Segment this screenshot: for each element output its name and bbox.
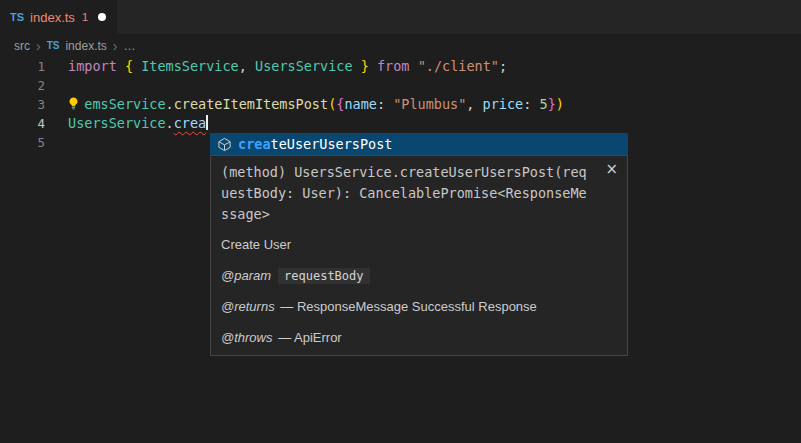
- code-token: [410, 58, 418, 74]
- typescript-file-icon: TS: [47, 40, 60, 51]
- symbol-method-icon: [217, 137, 232, 152]
- method-signature-line: ssage>: [221, 204, 617, 225]
- code-token: "Plumbus": [393, 96, 466, 112]
- code-token: .: [166, 96, 174, 112]
- code-token: .: [166, 115, 174, 131]
- suggestion-item-selected[interactable]: createUserUsersPost: [210, 133, 628, 155]
- breadcrumb-item-file[interactable]: index.ts: [65, 39, 106, 53]
- code-token: UsersService: [68, 115, 166, 131]
- suggestion-label: createUserUsersPost: [238, 136, 392, 152]
- code-token: name: [344, 96, 377, 112]
- suggestion-rest-text: teUserUsersPost: [271, 136, 393, 152]
- code-token: price: [483, 96, 524, 112]
- code-token: [353, 58, 361, 74]
- throws-text: — ApiError: [278, 330, 342, 345]
- code-line[interactable]: 2: [0, 76, 801, 95]
- code-line[interactable]: 4UsersService.crea: [0, 114, 801, 133]
- code-token: }: [548, 96, 556, 112]
- code-token: crea: [174, 115, 207, 131]
- lightbulb-icon[interactable]: [66, 96, 84, 113]
- code-token: from: [377, 58, 410, 74]
- text-cursor: [206, 115, 208, 130]
- close-icon[interactable]: ×: [605, 162, 618, 177]
- code-token: UsersService: [255, 58, 353, 74]
- code-token: ,: [239, 58, 255, 74]
- code-token: "./client": [418, 58, 499, 74]
- code-token: [133, 58, 141, 74]
- suggestion-match-text: crea: [238, 136, 271, 152]
- breadcrumb: src › TS index.ts › …: [0, 34, 135, 57]
- tab-bar: TS index.ts 1: [0, 0, 801, 34]
- chevron-right-icon: ›: [113, 39, 118, 53]
- intellisense-popup: createUserUsersPost × (method) UsersServ…: [210, 133, 628, 356]
- code-token: ItemsService: [141, 58, 239, 74]
- line-number: 3: [0, 95, 45, 114]
- code-token: :: [377, 96, 393, 112]
- doc-throws-row: @throws — ApiError: [221, 329, 617, 347]
- modified-dot-icon[interactable]: [98, 13, 106, 21]
- jsdoc-tag-returns: @returns: [221, 299, 275, 314]
- line-number: 4: [0, 114, 45, 133]
- code-line[interactable]: 3ItemsService.createItemItemsPost({name:…: [0, 95, 801, 114]
- line-number: 1: [0, 57, 45, 76]
- tab-error-count-badge: 1: [82, 11, 88, 23]
- doc-returns-row: @returns — ResponseMessage Successful Re…: [221, 298, 617, 316]
- typescript-file-icon: TS: [10, 11, 24, 23]
- method-signature-line: (method) UsersService.createUserUsersPos…: [221, 162, 617, 183]
- jsdoc-tag-throws: @throws: [221, 330, 273, 345]
- jsdoc-tag-param: @param: [221, 268, 271, 283]
- code-token: import: [68, 58, 117, 74]
- code-token: [369, 58, 377, 74]
- code-token: :: [523, 96, 539, 112]
- doc-param-row: @paramrequestBody: [221, 267, 617, 285]
- returns-text: — ResponseMessage Successful Response: [280, 299, 537, 314]
- method-signature-line: uestBody: User): CancelablePromise<Respo…: [221, 183, 617, 204]
- param-name-chip: requestBody: [278, 268, 369, 284]
- code-token: ,: [466, 96, 482, 112]
- code-token: ): [556, 96, 564, 112]
- code-line[interactable]: 1import { ItemsService, UsersService } f…: [0, 57, 801, 76]
- tab-index-ts[interactable]: TS index.ts 1: [0, 0, 117, 34]
- code-token: ;: [499, 58, 507, 74]
- tab-label: index.ts: [30, 10, 75, 25]
- code-token: }: [361, 58, 369, 74]
- code-token: createItemItemsPost: [174, 96, 328, 112]
- line-number: 2: [0, 76, 45, 95]
- breadcrumb-item-src[interactable]: src: [14, 39, 30, 53]
- breadcrumb-item-symbol-path[interactable]: …: [123, 39, 135, 53]
- line-number: 5: [0, 133, 45, 152]
- doc-description: Create User: [221, 236, 617, 254]
- chevron-right-icon: ›: [36, 39, 41, 53]
- code-token: 5: [540, 96, 548, 112]
- code-token: {: [125, 58, 133, 74]
- code-token: [117, 58, 125, 74]
- suggestion-docs-panel: × (method) UsersService.createUserUsersP…: [210, 155, 628, 356]
